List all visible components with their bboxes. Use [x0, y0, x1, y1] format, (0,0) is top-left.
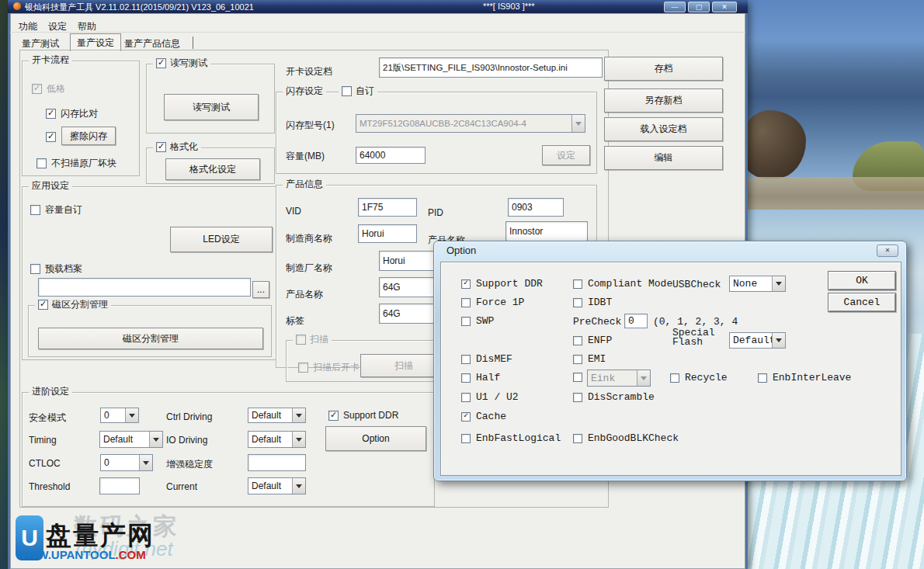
ok-button[interactable]: OK [828, 271, 896, 290]
group-rw-test-legend: 读写测试 [153, 57, 210, 69]
checkbox-adv-support-ddr[interactable]: Support DDR [328, 410, 398, 421]
factory-label: 制造厂名称 [286, 262, 332, 275]
stability-input[interactable] [248, 454, 306, 471]
low-format-checkbox-box [32, 84, 42, 94]
partition-label: 磁区分割管理 [52, 299, 108, 311]
close-button[interactable]: ✕ [712, 2, 737, 12]
current-combo[interactable]: Default [248, 477, 306, 494]
checkbox-no-scan-bad-blocks[interactable]: 不扫描原厂坏块 [36, 157, 116, 170]
ctrl-driving-value: Default [248, 408, 292, 422]
flash-model-combo[interactable]: MT29F512G08AUCBB-2C84C13CA904-4 [356, 114, 585, 133]
config-file-input[interactable]: 21版\SETTING_FILE_IS903\Innostor-Setup.in… [379, 57, 603, 78]
checkbox-enbinterleave[interactable]: EnbInterLeave [758, 372, 851, 383]
window-title: 银灿科技量产工具 V2.11.02.11(2015/09/21) V123_06… [25, 2, 254, 13]
eink-dropdown-arrow-icon [637, 370, 650, 386]
compliant-checkbox-box [573, 279, 582, 289]
checkbox-disscramble[interactable]: DisScramble [573, 391, 655, 403]
vid-input[interactable]: 1F75 [358, 198, 417, 217]
cancel-button[interactable]: Cancel [828, 293, 896, 312]
checkbox-enfp[interactable]: ENFP [573, 335, 612, 346]
io-driving-dropdown-arrow-icon [292, 432, 305, 447]
save-button[interactable]: 存档 [604, 57, 723, 81]
precheck-input[interactable]: 0 [624, 314, 648, 328]
browse-button[interactable]: ... [252, 281, 269, 298]
checkbox-enbgoodblkcheck[interactable]: EnbGoodBLKCheck [573, 432, 679, 444]
erase-flash-button[interactable]: 擦除闪存 [61, 127, 116, 145]
usbcheck-combo[interactable]: None [729, 276, 786, 292]
tab-production-test[interactable]: 量产测试 [22, 37, 59, 50]
io-driving-combo[interactable]: Default [248, 431, 306, 448]
checkbox-compliant-mode[interactable]: Compliant Mode [573, 278, 672, 290]
checkbox-capacity-custom[interactable]: 容量自订 [30, 203, 82, 217]
save-as-button[interactable]: 另存新档 [604, 88, 723, 113]
checkbox-preload-files[interactable]: 预载档案 [30, 262, 82, 276]
checkbox-eink[interactable] [573, 373, 582, 382]
special-flash-combo[interactable]: Default [729, 332, 786, 349]
stability-label: 增强稳定度 [166, 458, 213, 471]
usbcheck-label: USBCheck [672, 279, 721, 290]
security-mode-combo[interactable]: 0 [100, 408, 139, 423]
format-checkbox-box[interactable] [156, 142, 166, 152]
minimize-button[interactable]: — [664, 2, 686, 12]
checkbox-cache[interactable]: Cache [461, 411, 506, 422]
format-settings-button[interactable]: 格式化设定 [165, 158, 260, 180]
preload-path-input[interactable] [38, 278, 251, 297]
no-scan-checkbox-box [36, 158, 47, 168]
checkbox-dlg-support-ddr[interactable]: Support DDR [461, 278, 543, 290]
enfp-checkbox-box [573, 336, 582, 345]
format-settings-button-label: 格式化设定 [189, 163, 236, 176]
timing-label: Timing [29, 435, 57, 446]
flash-capacity-input[interactable]: 64000 [356, 147, 426, 164]
partition-manage-button[interactable]: 磁区分割管理 [38, 328, 263, 349]
partition-checkbox-box[interactable] [38, 300, 48, 310]
checkbox-u1-u2[interactable]: U1 / U2 [461, 391, 519, 403]
flash-custom-checkbox-box[interactable] [342, 86, 352, 96]
ctloc-combo[interactable]: 0 [100, 454, 153, 471]
flash-set-button[interactable]: 设定 [542, 145, 590, 165]
timing-combo[interactable]: Default [99, 431, 163, 448]
ctrl-driving-combo[interactable]: Default [248, 408, 306, 423]
edit-button[interactable]: 编辑 [604, 146, 723, 170]
vendor-input[interactable]: Horui [358, 224, 417, 243]
option-button[interactable]: Option [325, 426, 426, 451]
checkbox-flash-compare[interactable]: 闪存比对 [46, 107, 98, 120]
checkbox-low-format[interactable]: 低格 [32, 82, 65, 95]
pid-input[interactable]: 0903 [508, 198, 564, 217]
tab-production-settings[interactable]: 量产设定 [70, 33, 121, 51]
group-app-settings: 应用设定 容量自订 LED设定 预载档案 ... 磁区分割管理 磁区分割管理 [22, 186, 277, 360]
checkbox-dismef[interactable]: DisMEF [461, 353, 512, 365]
checkbox-scan-after-open[interactable]: 扫描后开卡 [298, 361, 360, 374]
checkbox-half[interactable]: Half [461, 372, 500, 383]
maximize-button[interactable]: ▢ [688, 2, 710, 12]
checkbox-erase-flash[interactable] [46, 132, 56, 142]
checkbox-recycle[interactable]: Recycle [670, 372, 728, 383]
config-file-label: 开卡设定档 [286, 65, 332, 78]
product-name-input[interactable]: Innostor [505, 221, 588, 241]
option-dialog-close-button[interactable]: ✕ [877, 245, 898, 257]
timing-value: Default [100, 432, 149, 447]
scan-checkbox-box[interactable] [296, 335, 306, 345]
eink-combo[interactable]: Eink [587, 370, 651, 387]
menu-settings[interactable]: 设定 [48, 20, 67, 33]
disscramble-checkbox-box [573, 393, 582, 402]
checkbox-swp[interactable]: SWP [461, 315, 494, 327]
led-settings-button[interactable]: LED设定 [170, 227, 273, 252]
rw-test-button[interactable]: 读写测试 [164, 94, 259, 120]
tab-product-info[interactable]: 量产产品信息 [124, 37, 180, 50]
load-config-button[interactable]: 载入设定档 [604, 117, 723, 141]
checkbox-idbt[interactable]: IDBT [573, 297, 612, 308]
menu-function[interactable]: 功能 [19, 20, 37, 33]
tab-separator [193, 36, 193, 49]
group-partition: 磁区分割管理 磁区分割管理 [28, 305, 272, 357]
checkbox-enbfastlogical[interactable]: EnbFastLogical [461, 432, 561, 444]
eink-checkbox-box [573, 373, 582, 382]
threshold-input[interactable] [99, 477, 140, 494]
flash-model-value: MT29F512G08AUCBB-2C84C13CA904-4 [356, 115, 571, 132]
rw-test-checkbox-box[interactable] [156, 58, 166, 68]
window-title-status: ***[ IS903 ]*** [483, 2, 535, 11]
ok-button-label: OK [856, 275, 868, 286]
menu-help[interactable]: 帮助 [78, 20, 96, 33]
dismef-checkbox-box [461, 355, 471, 364]
checkbox-emi[interactable]: EMI [573, 353, 606, 365]
checkbox-force-1p[interactable]: Force 1P [461, 297, 524, 308]
